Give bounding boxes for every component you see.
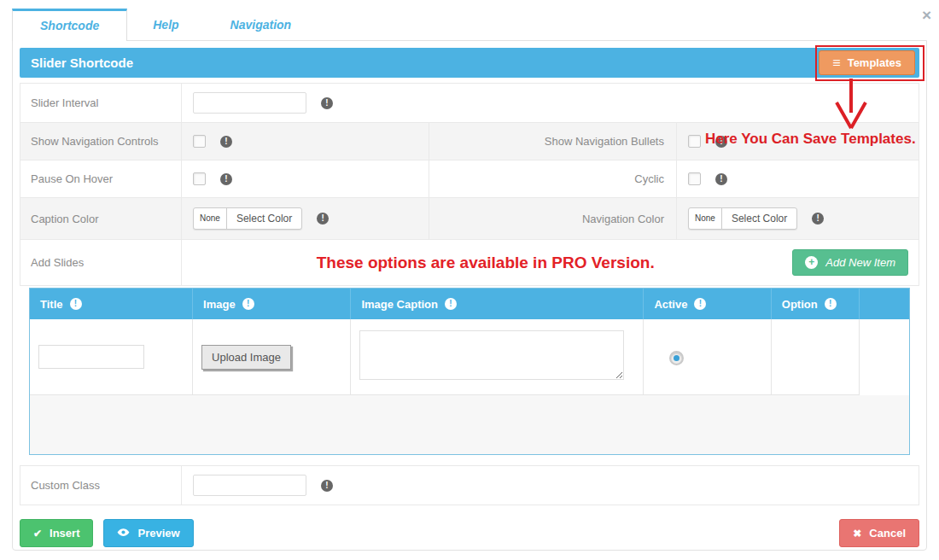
show-navigation-bullets-label: Show Navigation Bullets [429, 123, 676, 160]
menu-icon: ≡ [832, 56, 840, 70]
options-form: Slider Interval ! Show Navigation Contro… [20, 83, 919, 286]
check-icon: ✔ [33, 528, 42, 539]
caption-color-select-button[interactable]: Select Color [227, 208, 301, 229]
cross-icon: ✖ [853, 528, 861, 539]
row-slider-interval: Slider Interval ! [20, 84, 919, 122]
templates-button-label: Templates [848, 56, 901, 69]
image-caption-textarea[interactable] [359, 330, 623, 380]
info-icon[interactable]: ! [70, 298, 82, 310]
cancel-button[interactable]: ✖ Cancel [839, 519, 919, 547]
tab-bar: Shortcode Help Navigation [12, 9, 927, 40]
custom-class-label: Custom Class [20, 466, 181, 505]
slides-table: Title! Image! Image Caption! Active! Opt… [30, 289, 909, 395]
info-icon[interactable]: ! [694, 298, 706, 310]
caption-color-label: Caption Color [20, 198, 181, 239]
show-navigation-bullets-checkbox[interactable] [688, 135, 701, 148]
info-icon[interactable]: ! [321, 480, 333, 492]
info-icon[interactable]: ! [715, 173, 727, 185]
custom-class-input[interactable] [193, 475, 306, 496]
shortcode-dialog: × Shortcode Help Navigation Slider Short… [12, 9, 927, 551]
caption-color-none-label: None [194, 208, 227, 229]
panel-header: Slider Shortcode ≡ Templates [20, 48, 919, 78]
image-caption-column-header: Image Caption [361, 298, 438, 311]
navigation-color-label: Navigation Color [429, 198, 676, 239]
dialog-footer: ✔ Insert Preview ✖ Cancel [20, 519, 919, 547]
cancel-button-label: Cancel [869, 527, 906, 540]
info-icon[interactable]: ! [321, 97, 333, 109]
info-icon[interactable]: ! [220, 173, 232, 185]
row-custom-class: Custom Class ! [20, 465, 919, 505]
dialog-content: Slider Shortcode ≡ Templates Slider Inte… [12, 40, 927, 551]
slides-header-row: Title! Image! Image Caption! Active! Opt… [30, 289, 909, 319]
info-icon[interactable]: ! [242, 298, 254, 310]
slider-interval-input[interactable] [193, 92, 306, 114]
row-add-slides: Add Slides These options are available i… [20, 239, 919, 285]
eye-icon [117, 528, 130, 539]
templates-button[interactable]: ≡ Templates [819, 50, 915, 75]
slide-title-input[interactable] [38, 345, 144, 369]
slider-interval-label: Slider Interval [20, 84, 181, 122]
active-column-header: Active [654, 298, 687, 311]
page: { "icons": { "info": "!", "menu": "≡", "… [0, 0, 939, 560]
caption-color-picker[interactable]: None Select Color [193, 207, 302, 230]
pause-on-hover-checkbox[interactable] [193, 172, 206, 185]
add-new-item-button[interactable]: + Add New Item [792, 249, 908, 276]
cyclic-checkbox[interactable] [688, 172, 701, 185]
navigation-color-none-label: None [689, 208, 722, 229]
info-icon[interactable]: ! [220, 136, 232, 148]
add-new-item-label: Add New Item [825, 256, 895, 269]
upload-image-button[interactable]: Upload Image [201, 345, 291, 370]
insert-button-label: Insert [50, 527, 79, 540]
preview-button[interactable]: Preview [103, 519, 193, 547]
active-radio[interactable] [669, 351, 684, 365]
info-icon[interactable]: ! [825, 298, 837, 310]
tab-shortcode[interactable]: Shortcode [12, 9, 127, 41]
show-navigation-controls-checkbox[interactable] [193, 135, 206, 148]
info-icon[interactable]: ! [812, 213, 824, 225]
show-navigation-controls-label: Show Navigation Controls [20, 123, 181, 160]
image-column-header: Image [203, 298, 236, 311]
tab-navigation[interactable]: Navigation [205, 9, 318, 40]
cyclic-label: Cyclic [429, 160, 676, 197]
save-templates-annotation: Here You Can Save Templates. [705, 131, 916, 148]
title-column-header: Title [40, 298, 63, 311]
navigation-color-select-button[interactable]: Select Color [722, 208, 796, 229]
navigation-color-picker[interactable]: None Select Color [688, 207, 797, 230]
pause-on-hover-label: Pause On Hover [20, 160, 181, 197]
info-icon[interactable]: ! [445, 298, 457, 310]
row-hover-cyclic: Pause On Hover ! Cyclic ! [20, 160, 919, 197]
add-slides-label: Add Slides [20, 240, 181, 285]
slides-panel: Title! Image! Image Caption! Active! Opt… [29, 288, 910, 455]
tab-help[interactable]: Help [127, 9, 204, 40]
insert-button[interactable]: ✔ Insert [20, 519, 93, 547]
panel-title: Slider Shortcode [31, 55, 133, 70]
preview-button-label: Preview [137, 527, 179, 540]
pro-version-annotation: These options are available in PRO Versi… [193, 254, 778, 272]
plus-circle-icon: + [805, 256, 818, 269]
info-icon[interactable]: ! [317, 213, 329, 225]
row-colors: Caption Color None Select Color ! Naviga… [20, 197, 919, 239]
option-column-header: Option [782, 298, 818, 311]
slide-row: Upload Image [30, 319, 909, 395]
